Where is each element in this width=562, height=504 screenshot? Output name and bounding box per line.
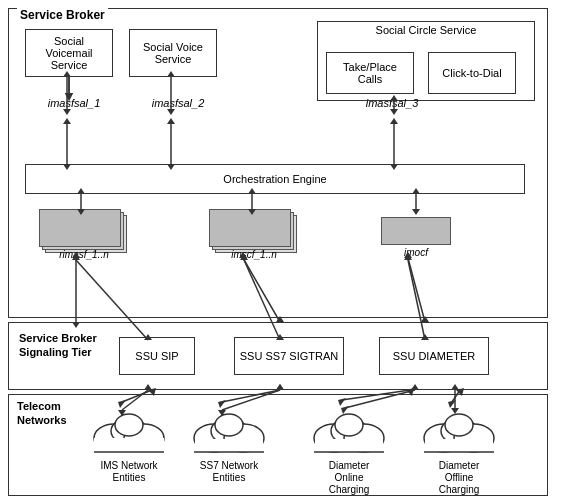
telecom-networks-box: TelecomNetworks IMS NetworkEntities <box>8 394 548 496</box>
social-circle-service-box: Social Circle Service Take/PlaceCalls Cl… <box>317 21 535 101</box>
service-broker-label: Service Broker <box>17 8 108 22</box>
svg-rect-47 <box>315 439 383 452</box>
diameter-offline-label: DiameterOfflineCharging <box>439 460 480 496</box>
take-place-calls-box: Take/PlaceCalls <box>326 52 414 94</box>
ss7-network-cloud: SS7 NetworkEntities <box>189 403 269 484</box>
orchestration-label: Orchestration Engine <box>223 173 326 185</box>
svg-rect-53 <box>425 439 493 452</box>
svg-rect-41 <box>195 439 263 452</box>
svg-point-52 <box>445 414 473 436</box>
signaling-tier-label: Service BrokerSignaling Tier <box>19 331 109 360</box>
imscf-stack: imscf_1..n <box>209 209 299 259</box>
imasfsal-3-label: imasfsal_3 <box>357 97 427 109</box>
signaling-tier-box: Service BrokerSignaling Tier SSU SIP SSU… <box>8 322 548 390</box>
svg-marker-10 <box>390 109 398 115</box>
orchestration-engine-box: Orchestration Engine <box>25 164 525 194</box>
imocf-label: imocf <box>381 247 451 258</box>
diameter-online-label: DiameterOnlineCharging <box>329 460 370 496</box>
svg-marker-12 <box>63 118 71 124</box>
ims-network-cloud: IMS NetworkEntities <box>89 403 169 484</box>
svg-marker-7 <box>167 109 175 115</box>
service-broker-box: Service Broker Social Circle Service Tak… <box>8 8 548 318</box>
telecom-label: TelecomNetworks <box>17 399 87 428</box>
click-to-dial-box: Click-to-Dial <box>428 52 516 94</box>
ssu-sip-box: SSU SIP <box>119 337 195 375</box>
imocf-container: imocf <box>381 209 451 259</box>
social-circle-label: Social Circle Service <box>318 22 534 36</box>
diagram-wrapper: Service Broker Social Circle Service Tak… <box>0 0 562 504</box>
diameter-online-cloud: DiameterOnlineCharging <box>309 403 389 496</box>
svg-point-34 <box>115 414 143 436</box>
imscf-label: imscf_1..n <box>209 249 299 260</box>
svg-marker-15 <box>167 118 175 124</box>
svg-rect-35 <box>95 439 163 452</box>
svg-point-40 <box>215 414 243 436</box>
social-voicemail-box: Social VoicemailService <box>25 29 113 77</box>
svg-marker-4 <box>63 109 71 115</box>
ssu-diameter-box: SSU DIAMETER <box>379 337 489 375</box>
diameter-offline-cloud: DiameterOfflineCharging <box>419 403 499 496</box>
svg-point-46 <box>335 414 363 436</box>
imasfsal-1-label: imasfsal_1 <box>39 97 109 109</box>
ims-label: IMS NetworkEntities <box>100 460 157 484</box>
imasfsal-2-label: imasfsal_2 <box>143 97 213 109</box>
rimasf-label: rimasf_1..n <box>39 249 129 260</box>
rimasf-stack: rimasf_1..n <box>39 209 129 259</box>
ssu-ss7-box: SSU SS7 SIGTRAN <box>234 337 344 375</box>
ss7-label: SS7 NetworkEntities <box>200 460 258 484</box>
svg-marker-18 <box>390 118 398 124</box>
social-voice-box: Social VoiceService <box>129 29 217 77</box>
